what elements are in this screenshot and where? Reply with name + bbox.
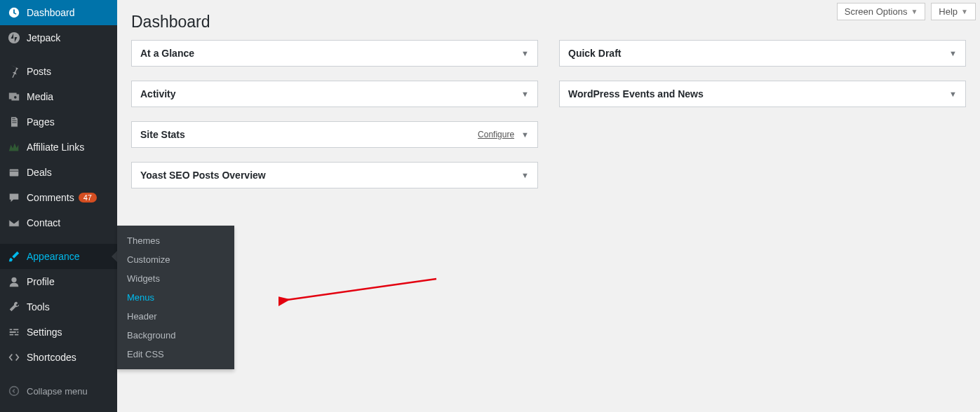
screen-options-button[interactable]: Screen Options ▼: [837, 3, 926, 20]
sidebar-item-comments[interactable]: Comments 47: [0, 185, 117, 210]
sidebar-label-media: Media: [27, 91, 53, 102]
widget-wp-news: WordPress Events and News ▼: [559, 81, 966, 107]
sidebar-label-dashboard: Dashboard: [27, 7, 75, 18]
sidebar-label-tools: Tools: [27, 301, 50, 313]
screen-options-label: Screen Options: [845, 6, 908, 17]
sidebar-label-affiliate: Affiliate Links: [27, 142, 84, 153]
widget-toggle-yoast[interactable]: ▼: [521, 171, 529, 179]
svg-point-4: [10, 387, 19, 396]
sidebar-label-posts: Posts: [27, 66, 51, 77]
sidebar-item-jetpack[interactable]: Jetpack: [0, 25, 117, 50]
widget-title-quick-draft: Quick Draft: [568, 48, 621, 59]
annotation-arrow: [278, 273, 447, 308]
admin-sidebar: Dashboard Jetpack Posts Media Page: [0, 0, 117, 412]
main-content: Screen Options ▼ Help ▼ Dashboard At a G…: [117, 0, 980, 412]
sidebar-item-tools[interactable]: Tools: [0, 294, 117, 320]
widget-toggle-activity[interactable]: ▼: [521, 90, 529, 98]
dashboard-icon: [7, 6, 21, 20]
sidebar-item-posts[interactable]: Posts: [0, 59, 117, 84]
widget-title-wp-news: WordPress Events and News: [568, 88, 704, 99]
sidebar-item-media[interactable]: Media: [0, 84, 117, 109]
widget-site-stats: Site Stats Configure ▼: [131, 121, 538, 148]
user-icon: [7, 275, 21, 289]
widget-title-site-stats: Site Stats: [140, 129, 185, 140]
sidebar-item-profile[interactable]: Profile: [0, 269, 117, 294]
pages-icon: [7, 115, 21, 129]
sidebar-item-settings[interactable]: Settings: [0, 320, 117, 345]
wrench-icon: [7, 300, 21, 314]
sidebar-label-profile: Profile: [27, 276, 55, 287]
site-stats-configure-link[interactable]: Configure: [478, 130, 514, 139]
pushpin-icon: [7, 64, 21, 78]
collapse-label: Collapse menu: [27, 386, 88, 397]
sidebar-label-settings: Settings: [27, 327, 62, 338]
comments-icon: [7, 191, 21, 205]
collapse-menu-button[interactable]: Collapse menu: [0, 378, 117, 404]
svg-point-3: [11, 277, 16, 282]
sidebar-label-pages: Pages: [27, 116, 55, 128]
svg-point-0: [8, 32, 20, 43]
widget-yoast: Yoast SEO Posts Overview ▼: [131, 162, 538, 188]
widget-title-at-a-glance: At a Glance: [140, 48, 194, 59]
jetpack-icon: [7, 31, 21, 45]
svg-point-1: [14, 96, 17, 99]
sidebar-item-pages[interactable]: Pages: [0, 109, 117, 135]
sidebar-label-contact: Contact: [27, 217, 60, 228]
svg-rect-2: [10, 170, 19, 177]
sidebar-item-dashboard[interactable]: Dashboard: [0, 0, 117, 25]
caret-down-icon: ▼: [911, 8, 918, 15]
collapse-icon: [7, 384, 21, 398]
brush-icon: [7, 249, 21, 263]
widget-title-yoast: Yoast SEO Posts Overview: [140, 170, 266, 181]
sliders-icon: [7, 325, 21, 339]
sidebar-label-comments: Comments: [27, 192, 74, 203]
widget-toggle-at-a-glance[interactable]: ▼: [521, 49, 529, 57]
widget-activity: Activity ▼: [131, 81, 538, 107]
sidebar-item-appearance[interactable]: Appearance: [0, 244, 117, 269]
widget-at-a-glance: At a Glance ▼: [131, 40, 538, 67]
sidebar-item-shortcodes[interactable]: Shortcodes: [0, 345, 117, 370]
help-button[interactable]: Help ▼: [931, 3, 976, 20]
widget-toggle-wp-news[interactable]: ▼: [949, 90, 957, 98]
sidebar-item-contact[interactable]: Contact: [0, 210, 117, 235]
comments-count-badge: 47: [79, 193, 97, 202]
mail-icon: [7, 216, 21, 230]
widget-toggle-site-stats[interactable]: ▼: [521, 130, 529, 139]
sidebar-label-deals: Deals: [27, 167, 52, 178]
widget-toggle-quick-draft[interactable]: ▼: [949, 49, 957, 57]
svg-line-6: [287, 279, 436, 300]
caret-down-icon: ▼: [961, 8, 968, 15]
widget-quick-draft: Quick Draft ▼: [559, 40, 966, 67]
affiliate-icon: [7, 140, 21, 154]
code-icon: [7, 350, 21, 364]
deals-icon: [7, 165, 21, 179]
widget-title-activity: Activity: [140, 88, 176, 99]
sidebar-item-deals[interactable]: Deals: [0, 160, 117, 185]
help-label: Help: [939, 6, 958, 17]
media-icon: [7, 90, 21, 104]
sidebar-label-appearance: Appearance: [27, 251, 80, 262]
sidebar-label-shortcodes: Shortcodes: [27, 352, 76, 363]
sidebar-label-jetpack: Jetpack: [27, 32, 60, 43]
sidebar-item-affiliate-links[interactable]: Affiliate Links: [0, 135, 117, 160]
